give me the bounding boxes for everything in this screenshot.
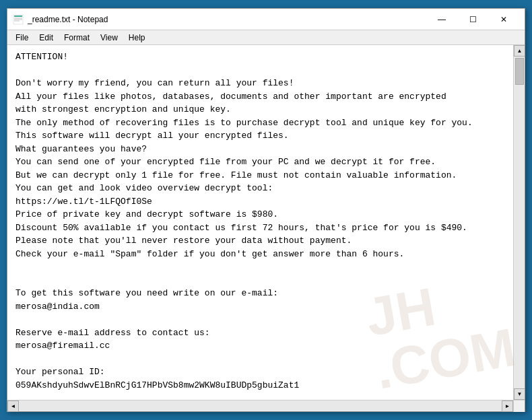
menu-edit[interactable]: Edit [34, 32, 59, 44]
scroll-left-button[interactable]: ◄ [7, 400, 19, 412]
vertical-scrollbar[interactable]: ▲ ▼ [513, 45, 525, 400]
horizontal-scrollbar[interactable]: ◄ ► [7, 400, 513, 411]
text-editor[interactable]: ATTENTION! Don't worry my friend, you ca… [7, 45, 513, 400]
content-area: ATTENTION! Don't worry my friend, you ca… [7, 45, 525, 400]
menu-format[interactable]: Format [59, 32, 95, 44]
scroll-up-button[interactable]: ▲ [514, 45, 525, 57]
svg-rect-1 [14, 15, 22, 17]
scroll-thumb-vertical[interactable] [515, 58, 524, 85]
menu-help[interactable]: Help [123, 32, 151, 44]
scroll-track-vertical[interactable] [514, 57, 525, 388]
window-controls: — ☐ ✕ [426, 9, 519, 30]
scrollbar-corner [513, 400, 525, 412]
close-button[interactable]: ✕ [488, 9, 519, 30]
menu-view[interactable]: View [95, 32, 123, 44]
app-icon [13, 14, 24, 25]
menu-file[interactable]: File [10, 32, 34, 44]
maximize-button[interactable]: ☐ [457, 9, 488, 30]
bottom-area: ◄ ► [7, 400, 525, 411]
scroll-down-button[interactable]: ▼ [514, 388, 525, 400]
menu-bar: File Edit Format View Help [7, 30, 525, 45]
notepad-window: _readme.txt - Notepad — ☐ ✕ File Edit Fo… [7, 8, 525, 412]
scroll-track-horizontal[interactable] [19, 400, 502, 411]
scroll-right-button[interactable]: ► [502, 400, 513, 412]
title-bar: _readme.txt - Notepad — ☐ ✕ [7, 9, 525, 30]
window-title: _readme.txt - Notepad [28, 15, 426, 24]
minimize-button[interactable]: — [426, 9, 457, 30]
